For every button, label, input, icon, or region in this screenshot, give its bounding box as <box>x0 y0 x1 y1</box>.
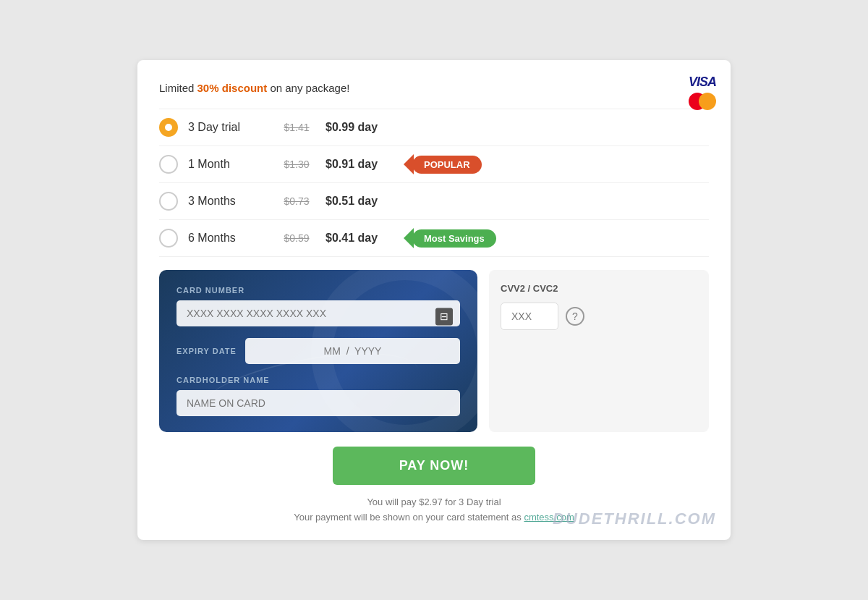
plan-row-3day[interactable]: 3 Day trial $1.41 $0.99 day <box>159 109 709 146</box>
popular-badge: POPULAR <box>412 156 482 174</box>
cardholder-label: CARDHOLDER NAME <box>176 376 460 384</box>
cvv-section: CVV2 / CVC2 ? <box>489 270 709 432</box>
plan-name-3months: 3 Months <box>188 195 268 208</box>
plan-name-6months: 6 Months <box>188 232 268 245</box>
plan-row-3months[interactable]: 3 Months $0.73 $0.51 day <box>159 183 709 220</box>
expiry-input[interactable] <box>245 338 460 364</box>
plan-name-3day: 3 Day trial <box>188 121 268 134</box>
main-card: VISA Limited 30% discount on any package… <box>137 60 731 540</box>
discount-banner: Limited 30% discount on any package! <box>159 82 709 94</box>
expiry-row: EXPIRY DATE <box>176 338 460 364</box>
footer-line1: You will pay $2.97 for 3 Day trial <box>159 495 709 510</box>
card-number-wrapper: ⊟ <box>176 300 460 338</box>
radio-6months[interactable] <box>159 229 178 248</box>
expiry-label: EXPIRY DATE <box>176 347 237 355</box>
visa-logo: VISA <box>689 75 716 90</box>
card-form: CARD NUMBER ⊟ EXPIRY DATE CARDHOLDER NAM… <box>159 270 477 432</box>
old-price-3day: $1.41 <box>268 122 326 133</box>
new-price-3months: $0.51 day <box>326 195 412 208</box>
cvv-input[interactable] <box>501 303 558 330</box>
plan-row-1month[interactable]: 1 Month $1.30 $0.91 day POPULAR <box>159 146 709 183</box>
plan-name-1month: 1 Month <box>188 158 268 171</box>
radio-1month[interactable] <box>159 155 178 174</box>
discount-highlight: 30% discount <box>197 82 268 94</box>
pay-now-button[interactable]: PAY NOW! <box>333 447 535 485</box>
cvv-help-icon[interactable]: ? <box>566 307 584 326</box>
new-price-6months: $0.41 day <box>326 232 412 245</box>
mastercard-yellow-circle <box>699 93 716 110</box>
footer-line2-prefix: Your payment will be shown on your card … <box>294 512 524 523</box>
cardholder-input[interactable] <box>176 390 460 416</box>
old-price-6months: $0.59 <box>268 232 326 244</box>
card-chip-icon: ⊟ <box>435 308 453 326</box>
old-price-3months: $0.73 <box>268 195 326 207</box>
radio-3day[interactable] <box>159 118 178 137</box>
pricing-options: 3 Day trial $1.41 $0.99 day 1 Month $1.3… <box>159 109 709 257</box>
cvv-label: CVV2 / CVC2 <box>501 283 697 294</box>
discount-prefix: Limited <box>159 82 197 94</box>
new-price-1month: $0.91 day <box>326 158 412 171</box>
old-price-1month: $1.30 <box>268 159 326 170</box>
card-number-input[interactable] <box>176 300 460 326</box>
radio-3months[interactable] <box>159 192 178 211</box>
mastercard-logo <box>689 93 716 110</box>
watermark: DUDETHRILL.COM <box>553 510 716 528</box>
new-price-3day: $0.99 day <box>326 121 412 134</box>
cvv-input-row: ? <box>501 303 697 330</box>
card-number-label: CARD NUMBER <box>176 286 460 295</box>
card-logos: VISA <box>689 75 716 110</box>
payment-section: CARD NUMBER ⊟ EXPIRY DATE CARDHOLDER NAM… <box>159 270 709 432</box>
plan-row-6months[interactable]: 6 Months $0.59 $0.41 day Most Savings <box>159 220 709 257</box>
discount-suffix: on any package! <box>267 82 349 94</box>
savings-badge: Most Savings <box>412 229 496 248</box>
